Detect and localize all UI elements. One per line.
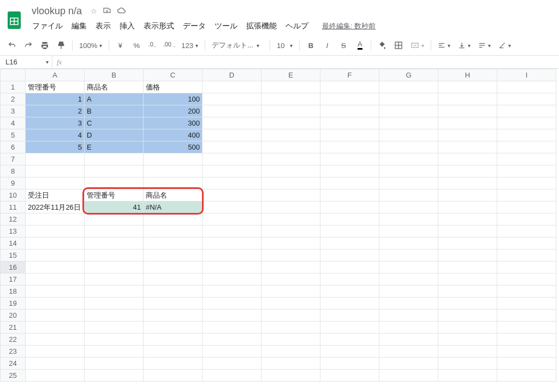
cell[interactable] — [379, 274, 438, 286]
cell[interactable] — [438, 213, 497, 225]
cell[interactable] — [497, 153, 556, 165]
cell[interactable] — [144, 153, 203, 165]
cell[interactable] — [203, 274, 261, 286]
cell[interactable] — [497, 213, 556, 225]
cell[interactable] — [379, 370, 438, 382]
cell[interactable] — [379, 237, 438, 250]
cell[interactable] — [320, 274, 379, 286]
cell[interactable] — [203, 153, 261, 165]
cell[interactable] — [379, 322, 438, 334]
fill-color-button[interactable] — [374, 38, 390, 53]
cell[interactable] — [379, 189, 438, 201]
cell[interactable]: B — [85, 105, 144, 117]
strikethrough-button[interactable]: S — [336, 38, 351, 53]
cell[interactable] — [261, 117, 320, 129]
cell[interactable] — [144, 310, 203, 322]
cell[interactable] — [261, 201, 320, 213]
cell[interactable] — [379, 346, 438, 358]
cell[interactable] — [26, 262, 85, 274]
sheets-logo[interactable] — [4, 10, 24, 30]
menu-item[interactable]: 表示形式 — [140, 19, 178, 33]
cell[interactable] — [497, 141, 556, 153]
cell[interactable] — [261, 105, 320, 117]
cell[interactable] — [144, 165, 203, 177]
row-header[interactable]: 5 — [1, 129, 26, 141]
cell[interactable] — [144, 250, 203, 262]
cell[interactable] — [203, 93, 261, 105]
cell[interactable] — [379, 117, 438, 129]
font-select[interactable]: デフォルト...▾ — [209, 40, 266, 50]
cell[interactable] — [261, 250, 320, 262]
cell[interactable] — [320, 250, 379, 262]
cell[interactable] — [438, 250, 497, 262]
cell[interactable] — [497, 322, 556, 334]
cell[interactable] — [203, 286, 261, 298]
cloud-status-icon[interactable] — [117, 7, 127, 16]
cell[interactable]: C — [85, 117, 144, 129]
cell[interactable] — [379, 129, 438, 141]
row-header[interactable]: 6 — [1, 141, 26, 153]
cell[interactable] — [320, 358, 379, 370]
cell[interactable] — [320, 93, 379, 105]
cell[interactable] — [144, 274, 203, 286]
row-header[interactable]: 12 — [1, 213, 26, 225]
star-icon[interactable]: ☆ — [91, 7, 97, 15]
menu-item[interactable]: ファイル — [28, 19, 67, 33]
bold-button[interactable]: B — [303, 38, 318, 53]
cell[interactable] — [320, 213, 379, 225]
cell[interactable] — [261, 298, 320, 310]
percent-button[interactable]: % — [129, 38, 144, 53]
cell[interactable] — [320, 346, 379, 358]
cell[interactable] — [438, 286, 497, 298]
cell[interactable] — [85, 286, 144, 298]
cell[interactable] — [261, 189, 320, 201]
cell[interactable] — [144, 177, 203, 189]
cell[interactable] — [261, 213, 320, 225]
cell[interactable] — [144, 237, 203, 250]
cell[interactable]: 41 — [85, 201, 144, 213]
cell[interactable] — [144, 225, 203, 237]
menu-item[interactable]: 拡張機能 — [242, 19, 281, 33]
row-header[interactable]: 3 — [1, 105, 26, 117]
cell[interactable] — [261, 286, 320, 298]
menu-item[interactable]: ツール — [211, 19, 241, 33]
cell[interactable] — [320, 225, 379, 237]
cell[interactable] — [85, 298, 144, 310]
cell[interactable] — [26, 310, 85, 322]
cell[interactable] — [320, 370, 379, 382]
cell[interactable] — [497, 346, 556, 358]
cell[interactable] — [438, 334, 497, 346]
cell[interactable] — [379, 93, 438, 105]
column-header[interactable]: H — [438, 69, 497, 81]
cell[interactable] — [26, 274, 85, 286]
cell[interactable] — [497, 81, 556, 93]
cell[interactable] — [261, 346, 320, 358]
cell[interactable] — [320, 286, 379, 298]
cell[interactable] — [85, 322, 144, 334]
row-header[interactable]: 17 — [1, 274, 26, 286]
cell[interactable] — [497, 237, 556, 250]
cell[interactable] — [85, 237, 144, 250]
doc-title[interactable]: vlookup n/a — [28, 4, 85, 18]
cell[interactable] — [261, 262, 320, 274]
row-header[interactable]: 25 — [1, 370, 26, 382]
cell[interactable] — [203, 201, 261, 213]
select-all-corner[interactable] — [1, 69, 26, 81]
cell[interactable] — [497, 334, 556, 346]
cell[interactable] — [85, 262, 144, 274]
cell[interactable] — [26, 177, 85, 189]
h-align-button[interactable]: ▾ — [435, 41, 454, 49]
cell[interactable] — [379, 250, 438, 262]
row-header[interactable]: 22 — [1, 334, 26, 346]
cell[interactable] — [203, 346, 261, 358]
cell[interactable] — [203, 334, 261, 346]
text-color-button[interactable]: A — [352, 38, 367, 53]
cell[interactable] — [85, 346, 144, 358]
cell[interactable] — [320, 298, 379, 310]
number-format-select[interactable]: 123▾ — [178, 41, 201, 50]
cell[interactable]: 管理番号 — [85, 189, 144, 201]
cell[interactable] — [438, 81, 497, 93]
cell[interactable] — [379, 286, 438, 298]
cell[interactable] — [26, 358, 85, 370]
cell[interactable] — [320, 129, 379, 141]
